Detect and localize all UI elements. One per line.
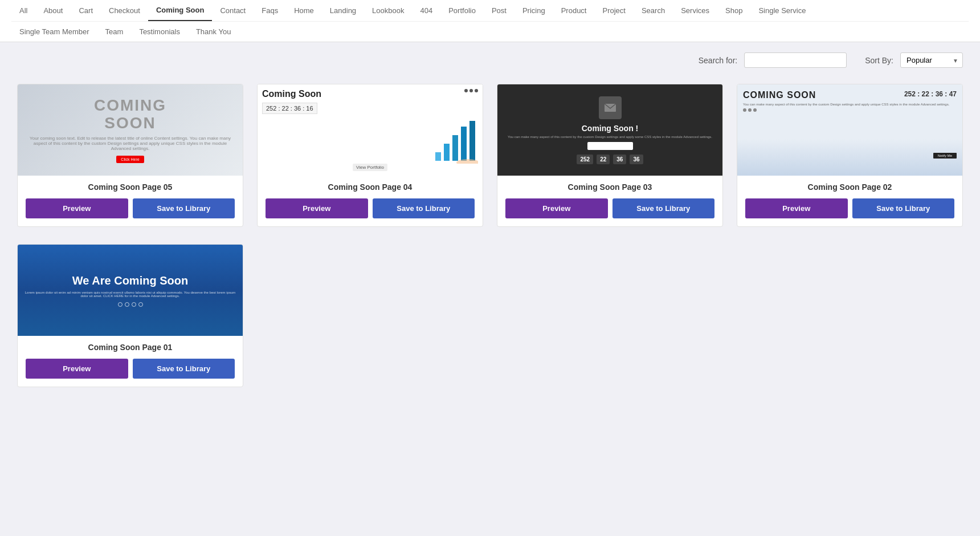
nav-item-404[interactable]: 404 (413, 1, 441, 21)
card-page02: COMING SOON 252 : 22 : 36 : 47 You can m… (737, 84, 963, 227)
thumb05-title: COMINGSOON (94, 97, 166, 132)
card-page05: COMINGSOON Your coming soon text. Edit t… (17, 84, 243, 227)
thumb04-header: Coming Soon 252 : 22 : 36 : 16 (262, 89, 478, 114)
chart-svg (432, 118, 478, 164)
preview-button-page05[interactable]: Preview (26, 198, 128, 218)
sort-label: Sort By: (865, 56, 893, 65)
thumb04-timer: 252 : 22 : 36 : 16 (262, 103, 317, 114)
dot3 (475, 89, 478, 92)
nav-item-coming-soon[interactable]: Coming Soon (148, 0, 213, 21)
nav-item-shop[interactable]: Shop (717, 1, 750, 21)
outline-dot2 (125, 302, 129, 307)
nav-item-landing[interactable]: Landing (322, 1, 364, 21)
card-actions-page01: Preview Save to Library (26, 359, 235, 379)
nav-item-checkout[interactable]: Checkout (101, 1, 148, 21)
nav-item-testimonials[interactable]: Testimonials (131, 22, 188, 42)
thumb04-link: View Portfolio (353, 164, 387, 171)
counter4: 36 (630, 155, 643, 164)
dot-a (743, 108, 746, 112)
preview-button-page02[interactable]: Preview (745, 198, 848, 218)
nav-item-product[interactable]: Product (553, 1, 595, 21)
nav-item-about[interactable]: About (35, 1, 71, 21)
card-title-page05: Coming Soon Page 05 (26, 182, 235, 192)
card-title-page03: Coming Soon Page 03 (505, 182, 714, 192)
thumb02-btn: Notify Me (933, 153, 957, 159)
card-info-page04: Coming Soon Page 04 Preview Save to Libr… (258, 176, 483, 226)
thumb05-btn: Click Here (116, 156, 144, 163)
nav-item-services[interactable]: Services (673, 1, 717, 21)
svg-rect-0 (435, 152, 441, 161)
card-title-page01: Coming Soon Page 01 (26, 343, 235, 352)
save-button-page02[interactable]: Save to Library (852, 198, 955, 218)
nav-item-team[interactable]: Team (97, 22, 132, 42)
nav-item-search[interactable]: Search (634, 1, 673, 21)
thumb03-icon (599, 96, 622, 119)
nav-item-post[interactable]: Post (484, 1, 514, 21)
thumb01-dots (118, 302, 143, 307)
save-button-page04[interactable]: Save to Library (373, 198, 475, 218)
nav-item-contact[interactable]: Contact (212, 1, 254, 21)
nav-item-faqs[interactable]: Faqs (254, 1, 286, 21)
dot2 (469, 89, 473, 92)
sort-select[interactable]: PopularNewestOldest (900, 52, 963, 68)
nav-item-lookbook[interactable]: Lookbook (364, 1, 412, 21)
envelope-icon (603, 101, 617, 115)
card-actions-page04: Preview Save to Library (266, 198, 475, 218)
card-info-page05: Coming Soon Page 05 Preview Save to Libr… (18, 176, 243, 226)
thumbnail-page02: COMING SOON 252 : 22 : 36 : 47 You can m… (737, 84, 962, 176)
thumb03-counters: 252 22 36 36 (577, 155, 643, 164)
thumb02-timer: 252 : 22 : 36 : 47 (904, 90, 957, 98)
save-button-page01[interactable]: Save to Library (133, 359, 235, 379)
nav-item-home[interactable]: Home (286, 1, 322, 21)
nav-item-thank-you[interactable]: Thank You (188, 22, 239, 42)
svg-rect-1 (444, 144, 450, 161)
outline-dot1 (118, 302, 122, 307)
thumb01-sub: Lorem ipsum dolor sit enim ad minim veni… (23, 291, 237, 298)
thumb02-dots (743, 108, 957, 112)
nav-item-all[interactable]: All (11, 1, 35, 21)
outline-dot4 (138, 302, 143, 307)
cards-grid-row2: We Are Coming Soon Lorem ipsum dolor sit… (0, 244, 980, 404)
counter1: 252 (577, 155, 593, 164)
sort-select-wrapper: PopularNewestOldest (900, 52, 963, 68)
outline-dot3 (132, 302, 136, 307)
nav-row1: AllAboutCartCheckoutComing SoonContactFa… (11, 0, 969, 22)
toolbar: Search for: Sort By: PopularNewestOldest (0, 42, 980, 78)
svg-rect-2 (452, 135, 458, 161)
thumb01-title: We Are Coming Soon (72, 274, 188, 287)
nav-item-single-team-member[interactable]: Single Team Member (11, 22, 97, 42)
card-actions-page03: Preview Save to Library (505, 198, 714, 218)
search-label: Search for: (699, 56, 737, 65)
thumb02-sub: You can make many aspect of this content… (743, 103, 957, 106)
card-page01: We Are Coming Soon Lorem ipsum dolor sit… (17, 244, 243, 387)
card-actions-page05: Preview Save to Library (26, 198, 235, 218)
nav-item-portfolio[interactable]: Portfolio (440, 1, 484, 21)
svg-rect-4 (469, 121, 475, 161)
nav-item-pricing[interactable]: Pricing (514, 1, 553, 21)
thumbnail-page03: Coming Soon ! You can make many aspect o… (497, 84, 722, 176)
nav-item-cart[interactable]: Cart (71, 1, 101, 21)
thumb05-sub: Your coming soon text. Edit to release t… (18, 136, 243, 151)
counter2: 22 (597, 155, 610, 164)
nav-item-single-service[interactable]: Single Service (750, 1, 814, 21)
thumbnail-page05: COMINGSOON Your coming soon text. Edit t… (18, 84, 243, 176)
search-input[interactable] (744, 52, 847, 68)
thumb03-input (587, 142, 633, 150)
thumb03-title: Coming Soon ! (582, 124, 639, 133)
preview-button-page04[interactable]: Preview (266, 198, 368, 218)
nav-item-project[interactable]: Project (594, 1, 633, 21)
top-navigation: AllAboutCartCheckoutComing SoonContactFa… (0, 0, 980, 42)
nav-row2: Single Team MemberTeamTestimonialsThank … (11, 22, 969, 42)
thumb04-chart (262, 114, 478, 164)
preview-button-page01[interactable]: Preview (26, 359, 128, 379)
save-button-page05[interactable]: Save to Library (133, 198, 235, 218)
card-info-page03: Coming Soon Page 03 Preview Save to Libr… (497, 176, 722, 226)
save-button-page03[interactable]: Save to Library (612, 198, 715, 218)
card-actions-page02: Preview Save to Library (745, 198, 954, 218)
thumbnail-page01: We Are Coming Soon Lorem ipsum dolor sit… (18, 245, 243, 336)
thumb04-dots (464, 89, 478, 92)
dot-b (748, 108, 752, 112)
thumb03-sub: You can make many aspect of this content… (508, 135, 712, 139)
preview-button-page03[interactable]: Preview (505, 198, 608, 218)
dot-c (753, 108, 757, 112)
